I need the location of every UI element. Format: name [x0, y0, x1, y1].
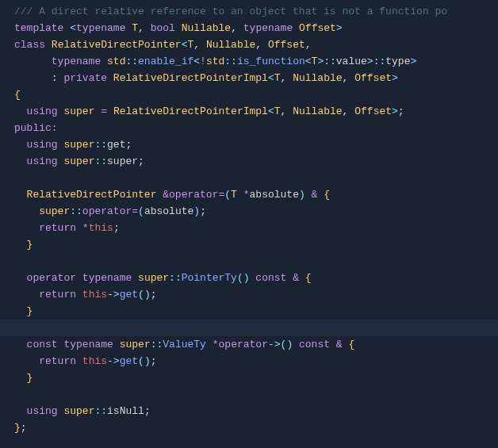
keyword-typename: typename	[76, 22, 125, 34]
keyword-const: const	[255, 272, 286, 284]
keyword-class: class	[14, 39, 45, 51]
code-line: const typename super::ValueTy *operator-…	[0, 336, 498, 353]
keyword-using: using	[27, 105, 58, 117]
keyword-private: private	[63, 72, 107, 84]
code-line: RelativeDirectPointer &operator=(T *abso…	[0, 186, 498, 203]
method-name: isNull	[107, 405, 144, 417]
code-line: return *this;	[0, 220, 498, 236]
type-name: PointerTy	[182, 272, 237, 284]
code-line: class RelativeDirectPointer<T, Nullable,…	[0, 36, 498, 53]
code-line: return this->get();	[0, 353, 498, 370]
code-line: }	[0, 303, 498, 320]
code-line	[0, 170, 498, 186]
code-line-highlighted	[0, 320, 498, 336]
method-call: get	[120, 289, 138, 301]
comment-text: /// A direct relative reference to an ob…	[14, 6, 447, 17]
code-line: {	[0, 86, 498, 103]
code-line: using super = RelativeDirectPointerImpl<…	[0, 103, 498, 120]
namespace: std	[107, 56, 125, 67]
param-name: absolute	[250, 189, 299, 201]
code-line: }	[0, 236, 498, 253]
code-line: /// A direct relative reference to an ob…	[0, 3, 498, 20]
type-param: Nullable	[182, 22, 231, 34]
keyword-public: public:	[14, 122, 58, 134]
brace-open: {	[14, 89, 21, 101]
code-line: : private RelativeDirectPointerImpl<T, N…	[0, 70, 498, 86]
code-line	[0, 253, 498, 270]
type-name: ValueTy	[163, 339, 206, 350]
code-line	[0, 386, 498, 403]
code-line: return this->get();	[0, 286, 498, 303]
class-name: RelativeDirectPointer	[52, 39, 182, 51]
code-line: public:	[0, 120, 498, 136]
keyword-operator: operator	[169, 189, 218, 201]
code-line: using super::get;	[0, 136, 498, 153]
code-line: using super::isNull;	[0, 403, 498, 419]
type-param: Offset	[299, 22, 336, 34]
keyword-this: this	[89, 222, 113, 234]
keyword-return: return	[39, 222, 76, 234]
code-line: }	[0, 370, 498, 386]
code-line: template <typename T, bool Nullable, typ…	[0, 20, 498, 36]
code-line: typename std::enable_if<!std::is_functio…	[0, 53, 498, 70]
type-param: T	[132, 22, 138, 34]
code-line: super::operator=(absolute);	[0, 203, 498, 220]
code-line: using super::super;	[0, 153, 498, 170]
code-line: operator typename super::PointerTy() con…	[0, 270, 498, 286]
keyword-template: template	[14, 22, 63, 34]
brace-close: }	[14, 422, 21, 434]
code-editor: /// A direct relative reference to an ob…	[0, 3, 498, 436]
code-line: };	[0, 419, 498, 436]
